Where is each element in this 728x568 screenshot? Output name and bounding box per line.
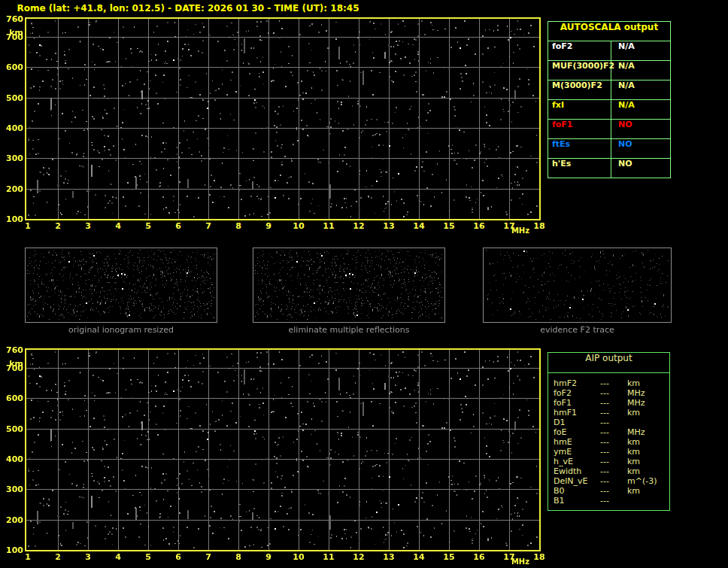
autoscala-param-value: NO — [611, 159, 632, 178]
aip-param-label: Ewidth — [554, 466, 600, 476]
aip-table-title: AIP output — [548, 353, 669, 373]
aip-row: h_vE---km — [554, 457, 669, 466]
aip-row: B0---km — [554, 486, 669, 496]
aip-param-label: foE — [554, 427, 600, 437]
thumbnail-caption: eliminate multiple reflections — [253, 325, 445, 335]
aip-param-unit: MHz — [627, 398, 669, 408]
aip-param-unit: km — [627, 447, 669, 457]
autoscala-row: foF2N/A — [548, 41, 670, 61]
aip-param-unit: MHz — [627, 427, 669, 437]
aip-param-value: --- — [600, 457, 627, 466]
thumbnail-3 — [483, 248, 672, 323]
aip-row: ymE---km — [554, 447, 669, 457]
aip-param-label: hmF2 — [554, 378, 600, 388]
autoscala-param-value: N/A — [611, 61, 635, 80]
autoscala-param-label: M(3000)F2 — [548, 80, 611, 99]
aip-param-value: --- — [600, 476, 627, 486]
autoscala-row: M(3000)F2N/A — [548, 80, 670, 100]
aip-param-unit — [627, 496, 669, 506]
aip-param-value: --- — [600, 466, 627, 476]
aip-param-unit: km — [627, 378, 669, 388]
aip-param-value: --- — [600, 427, 627, 437]
aip-param-value: --- — [600, 408, 627, 418]
aip-row: hmF2---km — [554, 378, 669, 388]
autoscala-param-value: NO — [611, 120, 632, 138]
aip-row: foE---MHz — [554, 427, 669, 437]
aip-param-label: B1 — [554, 496, 600, 506]
aip-param-label: DelN_vE — [554, 476, 600, 486]
aip-param-value: --- — [600, 447, 627, 457]
aip-param-value: --- — [600, 437, 627, 447]
autoscala-param-value: N/A — [611, 41, 635, 60]
autoscala-row: ftEsNO — [548, 139, 670, 159]
thumbnail-canvas — [253, 248, 444, 322]
aip-param-value: --- — [600, 418, 627, 427]
aip-row: hmE---km — [554, 437, 669, 447]
autoscala-param-label: MUF(3000)F2 — [548, 61, 611, 80]
aip-param-unit: km — [627, 466, 669, 476]
aip-row: DelN_vE---m^(-3) — [554, 476, 669, 486]
aip-param-label: B0 — [554, 486, 600, 496]
aip-param-label: D1 — [554, 418, 600, 427]
aip-param-unit: km — [627, 486, 669, 496]
aip-param-unit: km — [627, 457, 669, 466]
aip-param-label: h_vE — [554, 457, 600, 466]
aip-row: B1--- — [554, 496, 669, 506]
autoscala-row: foF1NO — [548, 120, 670, 139]
aip-row: foF2---MHz — [554, 388, 669, 398]
autoscala-param-label: fxI — [548, 100, 611, 119]
aip-output-table: AIP output hmF2---kmfoF2---MHzfoF1---MHz… — [548, 352, 670, 511]
aip-param-label: hmF1 — [554, 408, 600, 418]
autoscala-row: MUF(3000)F2N/A — [548, 61, 670, 80]
autoscala-row: fxIN/A — [548, 100, 670, 120]
aip-param-label: ymE — [554, 447, 600, 457]
aip-param-value: --- — [600, 398, 627, 408]
thumbnail-canvas — [484, 248, 671, 322]
aip-param-label: hmE — [554, 437, 600, 447]
aip-param-unit — [627, 418, 669, 427]
autoscala-app-window: Rome (lat: +41.8, lon: 012.5) - DATE: 20… — [0, 0, 728, 568]
aip-row: foF1---MHz — [554, 398, 669, 408]
aip-param-value: --- — [600, 378, 627, 388]
thumbnail-caption: evidence F2 trace — [483, 325, 672, 335]
aip-param-label: foF2 — [554, 388, 600, 398]
autoscala-param-label: ftEs — [548, 139, 611, 158]
aip-row: hmF1---km — [554, 408, 669, 418]
autoscala-param-value: NO — [611, 139, 632, 158]
aip-param-label: foF1 — [554, 398, 600, 408]
aip-param-value: --- — [600, 496, 627, 506]
autoscala-table-title: AUTOSCALA output — [548, 22, 670, 41]
autoscala-param-label: foF2 — [548, 41, 611, 60]
autoscala-row: h'EsNO — [548, 159, 670, 178]
thumbnail-caption: original ionogram resized — [25, 325, 217, 335]
autoscala-param-value: N/A — [611, 80, 635, 99]
aip-row: D1--- — [554, 418, 669, 427]
aip-table-rows: hmF2---kmfoF2---MHzfoF1---MHzhmF1---kmD1… — [548, 373, 669, 506]
aip-row: Ewidth---km — [554, 466, 669, 476]
aip-param-unit: km — [627, 408, 669, 418]
autoscala-param-label: h'Es — [548, 159, 611, 178]
aip-param-value: --- — [600, 486, 627, 496]
aip-param-unit: km — [627, 437, 669, 447]
aip-param-unit: MHz — [627, 388, 669, 398]
thumbnail-1 — [25, 248, 217, 323]
autoscala-output-table: AUTOSCALA output foF2N/AMUF(3000)F2N/AM(… — [548, 21, 671, 178]
thumbnail-canvas — [26, 248, 217, 322]
autoscala-table-rows: foF2N/AMUF(3000)F2N/AM(3000)F2N/AfxIN/Af… — [548, 41, 670, 178]
thumbnail-2 — [253, 248, 445, 323]
aip-param-unit: m^(-3) — [627, 476, 669, 486]
aip-param-value: --- — [600, 388, 627, 398]
autoscala-param-value: N/A — [611, 100, 635, 119]
autoscala-param-label: foF1 — [548, 120, 611, 138]
